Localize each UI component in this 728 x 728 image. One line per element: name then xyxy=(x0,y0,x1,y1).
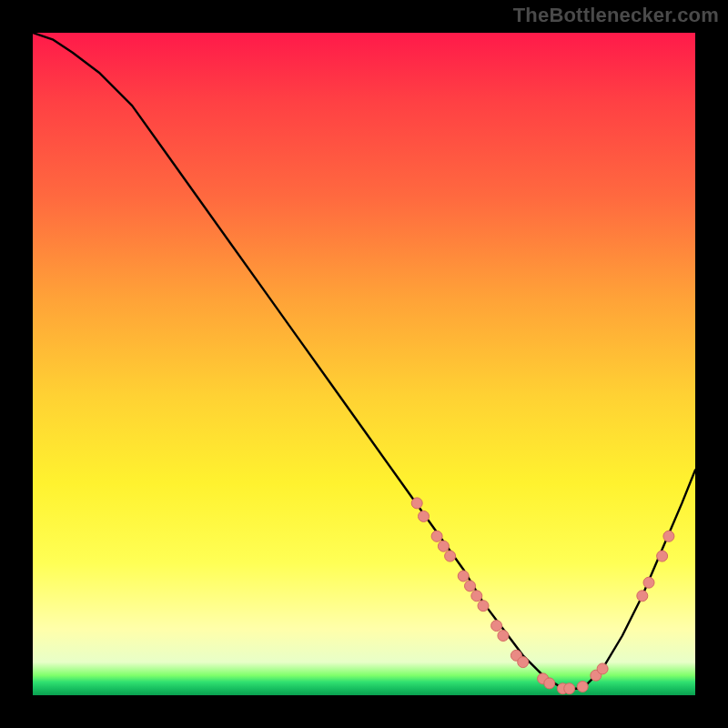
data-marker xyxy=(597,663,608,674)
data-marker xyxy=(431,531,442,541)
chart-svg xyxy=(33,33,695,695)
data-marker xyxy=(643,577,654,588)
data-marker xyxy=(445,551,456,561)
data-marker xyxy=(544,678,555,689)
data-marker xyxy=(419,511,430,521)
data-marker xyxy=(471,591,482,602)
data-marker xyxy=(577,682,588,693)
chart-frame: TheBottlenecker.com xyxy=(0,0,728,728)
data-marker xyxy=(465,581,476,592)
data-marker xyxy=(637,591,648,602)
bottleneck-curve xyxy=(33,33,695,689)
data-marker xyxy=(438,541,449,551)
data-marker xyxy=(518,657,529,668)
data-marker xyxy=(657,551,668,561)
attribution-label: TheBottlenecker.com xyxy=(513,4,719,27)
data-marker xyxy=(458,571,469,581)
plot-area xyxy=(33,33,695,695)
data-marker xyxy=(663,531,674,541)
data-marker xyxy=(478,601,489,612)
data-marker xyxy=(491,621,502,632)
data-marker xyxy=(564,683,575,694)
data-marker xyxy=(498,631,509,642)
data-marker xyxy=(411,498,422,509)
